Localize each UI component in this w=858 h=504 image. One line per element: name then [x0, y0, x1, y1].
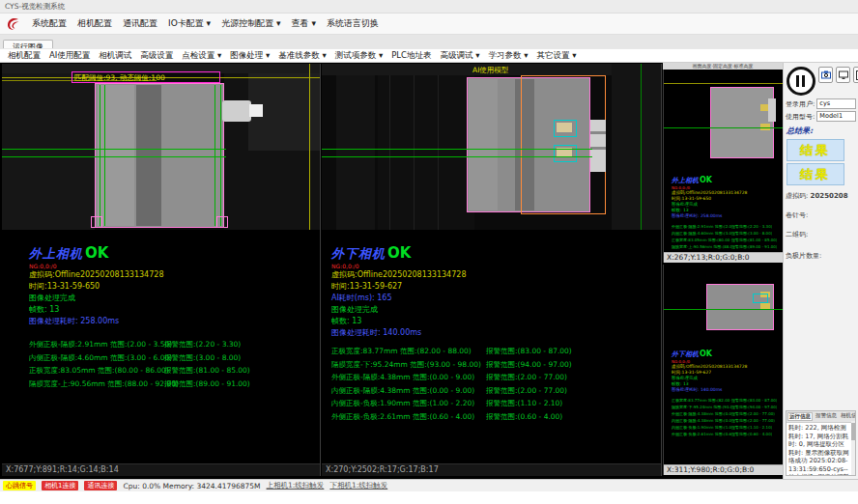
menu-item-light-config[interactable]: 光源控制配置 ▾ — [221, 17, 280, 30]
scene-shape — [98, 85, 134, 226]
tool-image-process[interactable]: 图像处理 ▾ — [230, 50, 270, 62]
scene-shape — [438, 75, 439, 230]
measure-line — [322, 149, 592, 150]
main-area: 匹配阈值:93, 动态阈值:100 外上相机OK NG:0,0:/0 虚拟码:O… — [0, 63, 858, 479]
menu-item-system-config[interactable]: 系统配置 — [32, 17, 67, 30]
log-scrollbar[interactable] — [851, 421, 855, 475]
measurement-rows: 外侧正极-隔膜:2.91mm 范围:(2.00 - 3.50)报警范围:(2.2… — [29, 338, 320, 390]
frame-count: 帧数: 13 — [29, 304, 320, 316]
result-box-lower: 结果 — [786, 163, 844, 185]
camera-view-left[interactable]: 匹配阈值:93, 动态阈值:100 — [2, 64, 320, 230]
model-input[interactable]: Model1 — [816, 111, 856, 122]
log-scrollbar-thumb[interactable] — [851, 423, 855, 440]
thumb-panel-top[interactable]: 外上相机OK NG:0,0:/0 虚拟码:Offline202502081331… — [663, 70, 783, 263]
screen-button[interactable] — [836, 67, 850, 83]
connector-blob — [768, 98, 776, 122]
barcode-line: 虚拟码:Offline20250208133134728 — [29, 269, 320, 281]
tool-other-settings[interactable]: 其它设置 ▾ — [536, 50, 576, 62]
ai-model-overlay: AI使用模型 — [472, 66, 508, 75]
tool-test-params[interactable]: 测试项参数 ▾ — [335, 50, 383, 62]
info-tab-camera[interactable]: 相机信息 — [840, 412, 856, 421]
camera-view-right[interactable]: AI使用模型 — [322, 64, 661, 230]
cpu-memory-status: Cpu: 0.0% Memory: 3424.41796875M — [123, 482, 260, 490]
tab-detect-box — [753, 294, 768, 303]
model-label: 使用型号: — [786, 112, 815, 122]
thumb-panel-bottom[interactable]: 外下相机OK NG:0,0:/0 虚拟码:Offline202502081331… — [663, 265, 783, 475]
menu-item-view[interactable]: 查看 ▾ — [292, 17, 316, 30]
edge-line — [104, 85, 105, 226]
pixel-status-right: X:270;Y:2502;R:17;G:17;B:17 — [322, 463, 661, 476]
run-log-text: 耗时: 222, 网络检测耗时: 17, 网络分割耗时: 0, 网络提取分区耗时… — [786, 423, 855, 476]
connector-blob — [590, 120, 606, 172]
measure-line — [2, 156, 226, 157]
measurement-row: 隔膜宽度-下:95.24mm 范围:(93.00 - 98.00)报警范围:(9… — [331, 358, 661, 372]
result-ok: OK — [85, 244, 108, 262]
measurement-row: 隔膜宽度-上:90.56mm 范围:(88.00 - 92.00)报警范围:(8… — [29, 378, 320, 391]
thumb-result-text: 外上相机OK NG:0,0:/0 虚拟码:Offline202502081331… — [664, 166, 783, 250]
measurement-rows: 正极宽度:83.77mm 范围:(82.00 - 88.00)报警范围:(83.… — [331, 345, 661, 423]
tool-learn-params[interactable]: 学习参数 ▾ — [488, 50, 528, 62]
info-tab-run[interactable]: 运行信息 — [787, 412, 813, 421]
scene-shape — [336, 75, 375, 230]
connector-blob — [590, 147, 606, 150]
camera-capture-button[interactable] — [818, 67, 833, 83]
process-elapsed: 图像处理耗时: 258.00ms — [29, 316, 320, 327]
thumb-result-text: 外下相机OK NG:0,0:/0 虚拟码:Offline202502081331… — [664, 340, 783, 437]
edge-line — [214, 85, 215, 226]
tool-baseline-params[interactable]: 基准线参数 ▾ — [278, 50, 326, 62]
measure-line — [322, 156, 592, 157]
info-tab-alarm[interactable]: 报警信息 — [815, 412, 838, 421]
tab-strip: 运行图像 — [0, 35, 858, 48]
menu-item-io-config[interactable]: IO卡配置 ▾ — [168, 17, 211, 30]
scene-shape — [469, 79, 498, 210]
edge-line — [641, 64, 642, 230]
logout-button[interactable] — [853, 67, 858, 83]
heartbeat-badge: 心跳信号 — [3, 481, 36, 490]
tool-advanced-settings[interactable]: 高级设置 — [140, 50, 173, 62]
model-field: 使用型号: Model1 — [784, 110, 858, 123]
titlebar: CYS-视觉检测系统 — [0, 0, 858, 14]
scene-shape — [136, 85, 161, 226]
measure-line — [2, 149, 226, 150]
thumb-view-top[interactable] — [664, 70, 783, 166]
thumb-view-bottom[interactable] — [664, 265, 783, 340]
pixel-status-left: X:7677;Y:891;R:14;G:14;B:14 — [2, 463, 320, 476]
measurement-row: 正极宽度:83.77mm 范围:(82.00 - 88.00)报警范围:(83.… — [331, 345, 661, 358]
menu-item-camera-config[interactable]: 相机配置 — [77, 17, 112, 30]
monitor-icon — [839, 70, 848, 80]
tool-advanced-debug[interactable]: 高级调试 ▾ — [441, 50, 480, 62]
comm-connect-badge: 通讯连接 — [84, 481, 117, 490]
barcode-line: 虚拟码:Offline20250208133134728 — [331, 269, 661, 281]
lower-camera-trigger-status: 下相机1:线扫触发 — [329, 481, 387, 490]
frame-count: 帧数: 13 — [331, 316, 661, 327]
total-result-label: 总结果: — [784, 123, 858, 137]
connector-blob — [590, 131, 606, 134]
ai-elapsed: AI耗时(ms): 165 — [331, 293, 661, 304]
tool-ai-config[interactable]: AI使用配置 — [49, 50, 90, 62]
reel-number-label: 卷针号: — [784, 209, 858, 222]
camera-panel-upper-outer: 匹配阈值:93, 动态阈值:100 外上相机OK NG:0,0:/0 虚拟码:O… — [2, 64, 321, 476]
virtual-code-row: 虚拟码: 20250208 — [784, 189, 858, 203]
measurement-row: 内侧正极-隔膜:4.60mm 范围:(3.00 - 6.00)报警范围:(3.0… — [29, 351, 320, 365]
login-user-input[interactable]: cys — [816, 98, 856, 109]
roi-marker — [216, 216, 228, 228]
info-tabs: 运行信息 报警信息 相机信息 — [786, 411, 855, 423]
camera-icon — [821, 70, 831, 79]
app-statusbar: 心跳信号 相机1连接 通讯连接 Cpu: 0.0% Memory: 3424.4… — [0, 479, 858, 491]
pixel-status-thumb-top: X:267;Y:13;R:0;G:0;B:0 — [664, 252, 783, 263]
result-box-upper: 结果 — [786, 139, 844, 161]
measure-line — [664, 127, 783, 128]
menu-item-language[interactable]: 系统语言切换 — [327, 17, 379, 30]
cell-region — [710, 87, 774, 158]
pause-button[interactable] — [786, 67, 815, 96]
menu-item-comm-config[interactable]: 通讯配置 — [123, 17, 157, 30]
edge-line — [220, 85, 221, 226]
tool-plc-table[interactable]: PLC地址表 — [391, 50, 431, 62]
measurement-row: 外侧正极-隔膜:4.38mm 范围:(0.00 - 9.00)报警范围:(2.0… — [331, 371, 661, 384]
ng-counter: NG:0,0:/0 — [29, 263, 320, 269]
tool-camera-debug[interactable]: 相机调试 — [99, 50, 131, 62]
process-status: 图像处理完成 — [331, 304, 661, 316]
tool-spot-check[interactable]: 点检设置 ▾ — [182, 50, 221, 62]
tool-camera-config[interactable]: 相机配置 — [8, 50, 41, 62]
qr-code-label: 二维码: — [784, 228, 858, 241]
